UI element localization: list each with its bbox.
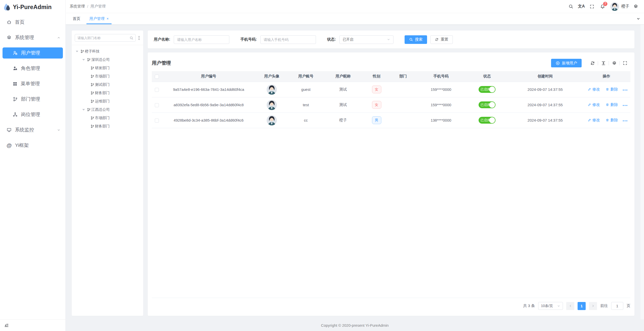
breadcrumb-parent[interactable]: 系统管理: [70, 4, 85, 9]
notifications-button[interactable]: 7: [597, 0, 608, 13]
table-fullscreen-button[interactable]: [620, 59, 630, 67]
status-toggle[interactable]: 已启用: [479, 117, 496, 124]
app-title: Yi-PureAdmin: [13, 4, 52, 11]
tabs: 首页 用户管理 ×: [68, 13, 113, 24]
username-filter-input[interactable]: [174, 35, 229, 44]
row-checkbox[interactable]: [155, 103, 159, 107]
add-user-button[interactable]: 新增用户: [551, 59, 582, 67]
close-icon[interactable]: ×: [107, 17, 109, 20]
more-actions-button[interactable]: [623, 120, 627, 121]
table-refresh-button[interactable]: [587, 59, 598, 67]
sidebar-item-roles[interactable]: 角色管理: [0, 63, 65, 74]
col-nickname: 用户昵称: [324, 71, 363, 82]
more-actions-button[interactable]: [623, 105, 627, 106]
department-search-input[interactable]: [78, 36, 128, 40]
tree-node-dept[interactable]: 研发部门: [75, 64, 140, 72]
trash-icon: [606, 118, 609, 122]
table-header-row: 用户编号 用户头像 用户账号 用户昵称 性别 部门 手机号码 状态 创建时间 操…: [152, 71, 630, 82]
tree-node-dept[interactable]: 运维部门: [75, 97, 140, 105]
department-search-field[interactable]: [75, 34, 136, 42]
plus-circle-icon: [556, 61, 560, 65]
caret-down-icon[interactable]: [82, 109, 85, 111]
language-toggle-button[interactable]: 文A: [576, 0, 587, 13]
table-density-button[interactable]: [598, 59, 609, 67]
logo[interactable]: Yi-PureAdmin: [0, 0, 65, 14]
cell-account: guest: [288, 82, 324, 97]
page-number-button[interactable]: 1: [578, 302, 586, 310]
toggle-knob: [489, 87, 495, 92]
pagination: 共 3 条 10条/页 1 前往 页: [152, 302, 630, 310]
delete-button[interactable]: 删除: [606, 87, 618, 92]
caret-down-icon[interactable]: [76, 51, 78, 52]
sidebar-item-menus[interactable]: 菜单管理: [0, 78, 65, 89]
sidebar-item-departments[interactable]: 部门管理: [0, 94, 65, 105]
table-settings-button[interactable]: [609, 59, 620, 67]
fullscreen-button[interactable]: [587, 0, 597, 13]
cell-nickname: 橙子: [324, 113, 363, 128]
search-button[interactable]: 搜索: [405, 35, 427, 44]
sidebar-item-home[interactable]: 首页: [0, 17, 65, 28]
search-icon: [568, 4, 573, 9]
tree-node-branch[interactable]: 江西总公司: [75, 105, 140, 114]
reset-button[interactable]: 重置: [430, 35, 453, 44]
tree-more-icon[interactable]: [138, 35, 140, 41]
sidebar-collapse-button[interactable]: [0, 319, 65, 331]
delete-button[interactable]: 删除: [606, 118, 618, 123]
status-toggle[interactable]: 已启用: [479, 101, 496, 108]
edit-button[interactable]: 修改: [588, 87, 600, 92]
status-toggle[interactable]: 已启用: [479, 86, 496, 93]
cell-dept: [390, 113, 416, 128]
logo-drop-icon: [4, 3, 10, 11]
cell-created: 2024-09-07 14:37:55: [508, 82, 582, 97]
tree-node-dept[interactable]: 市场部门: [75, 114, 140, 122]
tab-home[interactable]: 首页: [68, 13, 85, 24]
tab-user-management[interactable]: 用户管理 ×: [85, 13, 113, 24]
tab-menu-button[interactable]: [632, 17, 644, 21]
branch-icon: [90, 66, 94, 70]
card-title: 用户管理: [152, 60, 171, 66]
tree-node-branch[interactable]: 深圳总公司: [75, 56, 140, 64]
row-checkbox[interactable]: [155, 119, 159, 123]
sidebar-group-system[interactable]: 系统管理: [0, 32, 65, 43]
toggle-knob: [489, 117, 495, 123]
delete-button[interactable]: 删除: [606, 102, 618, 107]
settings-button[interactable]: [630, 0, 641, 13]
edit-button[interactable]: 修改: [588, 118, 600, 123]
sidebar-item-posts[interactable]: 岗位管理: [0, 109, 65, 120]
chevron-right-icon: [591, 304, 595, 308]
cell-nickname: 测试: [324, 82, 363, 97]
global-search-button[interactable]: [565, 0, 576, 13]
fullscreen-icon: [590, 4, 594, 9]
scrollbar-gutter[interactable]: [640, 24, 644, 319]
tree-node-dept[interactable]: 市场部门: [75, 72, 140, 80]
select-all-checkbox[interactable]: [155, 75, 159, 79]
pencil-icon: [588, 88, 591, 91]
tree-node-dept[interactable]: 财务部门: [75, 122, 140, 130]
status-select[interactable]: 已开启: [339, 35, 393, 44]
cell-dept: [390, 97, 416, 113]
sidebar-group-monitor[interactable]: 系统监控: [0, 124, 65, 135]
more-actions-button[interactable]: [623, 90, 627, 91]
tree-node-dept[interactable]: 测试部门: [75, 80, 140, 89]
user-lock-icon: [13, 50, 18, 56]
tree-node-dept[interactable]: 财务部门: [75, 89, 140, 97]
prev-page-button[interactable]: [566, 302, 574, 310]
row-checkbox[interactable]: [155, 88, 159, 92]
user-avatar[interactable]: [610, 2, 619, 11]
table-empty-area: [152, 128, 630, 298]
sidebar-item-framework[interactable]: @ Yi框架: [0, 140, 65, 151]
page-size-select[interactable]: 10条/页: [538, 302, 563, 310]
next-page-button[interactable]: [589, 302, 597, 310]
sidebar-item-users[interactable]: 用户管理: [3, 47, 63, 59]
username[interactable]: 橙子: [621, 4, 629, 9]
tree-node-company[interactable]: 橙子科技: [75, 47, 140, 56]
edit-button[interactable]: 修改: [588, 102, 600, 107]
cell-created: 2024-09-07 14:37:55: [508, 97, 582, 113]
caret-down-icon[interactable]: [82, 59, 85, 61]
notification-badge: 7: [603, 2, 608, 6]
goto-page-input[interactable]: [611, 302, 623, 310]
col-phone: 手机号码: [416, 71, 466, 82]
phone-filter-input[interactable]: [260, 35, 316, 44]
monitor-icon: [7, 127, 12, 132]
user-avatar: [267, 115, 277, 125]
